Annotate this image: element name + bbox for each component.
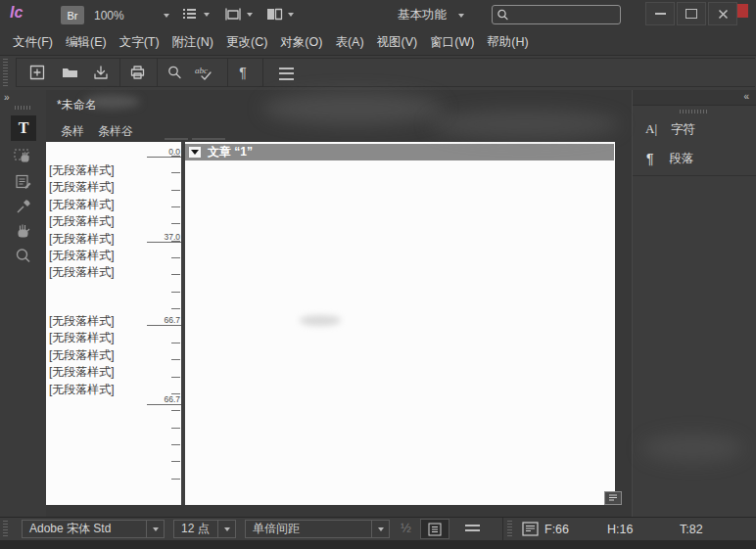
panel-tab-paragraph[interactable]: ¶ 段落 xyxy=(633,146,756,171)
toolbar-separator xyxy=(227,58,228,87)
paragraph-style-label: [无段落样式] xyxy=(49,213,115,230)
save-button[interactable] xyxy=(89,61,113,84)
statusbar-menu-button[interactable] xyxy=(462,522,482,537)
paragraph-style-label: [无段落样式] xyxy=(49,382,115,398)
view-tab-galley[interactable]: 条样 xyxy=(61,123,84,140)
new-document-button[interactable] xyxy=(25,61,49,84)
dock-grip[interactable] xyxy=(680,110,707,114)
paragraph-style-label: [无段落样式] xyxy=(49,364,115,381)
eyedropper-tool-button[interactable] xyxy=(12,195,35,218)
close-button[interactable] xyxy=(708,2,737,25)
hand-tool-button[interactable] xyxy=(12,219,35,243)
tools-panel: » T xyxy=(0,90,46,517)
workspace-label: 基本功能 xyxy=(398,7,447,23)
bridge-button[interactable]: Br xyxy=(61,6,84,24)
paragraph-style-label: [无段落样式] xyxy=(49,162,115,179)
line-spacing-select[interactable]: 单倍间距 xyxy=(245,520,390,538)
paragraph-style-label: [无段落样式] xyxy=(49,248,115,264)
style-column-group-2: [无段落样式][无段落样式][无段落样式][无段落样式][无段落样式] xyxy=(49,313,115,398)
chevron-down-icon xyxy=(164,14,169,18)
print-button[interactable] xyxy=(125,61,149,84)
zoom-tool-button[interactable] xyxy=(12,245,35,268)
collapse-dock-icon[interactable]: « xyxy=(743,91,748,102)
expand-dock-icon[interactable]: » xyxy=(4,92,9,103)
tab-edge-artifact xyxy=(192,138,225,140)
open-button[interactable] xyxy=(58,61,81,84)
chevron-down-icon xyxy=(204,13,210,17)
menu-item[interactable]: 视图(V) xyxy=(376,34,419,51)
view-tab-second[interactable]: 条样谷 xyxy=(98,123,133,140)
paragraph-style-label: [无段落样式] xyxy=(49,264,115,281)
notes-view-button[interactable] xyxy=(420,519,449,539)
close-icon xyxy=(718,9,729,20)
menu-item[interactable]: 窗口(W) xyxy=(429,34,475,51)
position-tool-button[interactable] xyxy=(12,145,35,168)
galley-view[interactable]: [无段落样式][无段落样式][无段落样式][无段落样式][无段落样式][无段落样… xyxy=(46,142,615,505)
new-document-icon xyxy=(28,64,46,81)
pilcrow-icon: ¶ xyxy=(239,65,247,80)
toolbar-separator xyxy=(157,58,158,87)
page-corner-icon xyxy=(608,494,618,502)
chevron-down-icon xyxy=(288,13,294,17)
triangle-down-icon xyxy=(191,150,199,155)
app-toolbar: abc ¶ xyxy=(0,56,756,90)
svg-text:abc: abc xyxy=(195,66,208,75)
font-size-select[interactable]: 12 点 xyxy=(173,520,236,538)
maximize-button[interactable] xyxy=(677,2,706,25)
menu-item[interactable]: 编辑(E) xyxy=(65,34,108,51)
panel-tab-character[interactable]: A| 字符 xyxy=(633,116,756,142)
status-bar: Adobe 宋体 Std 12 点 单倍间距 ½ F:66 H:16 xyxy=(0,517,756,540)
collapse-story-button[interactable] xyxy=(189,147,201,158)
note-tool-button[interactable] xyxy=(12,170,35,194)
toolbar-menu-button[interactable] xyxy=(274,62,298,85)
page-corner-button[interactable] xyxy=(604,491,622,505)
copyfit-height-value: H:16 xyxy=(607,523,633,536)
chevron-down-icon xyxy=(458,14,464,18)
menu-item[interactable]: 附注(N) xyxy=(171,34,214,51)
workspace-switcher[interactable]: 基本功能 xyxy=(398,7,464,23)
font-family-select[interactable]: Adobe 宋体 Std xyxy=(22,520,165,538)
eyedropper-icon xyxy=(14,197,33,216)
paragraph-style-label: [无段落样式] xyxy=(49,330,115,346)
line-increment-icon[interactable]: ½ xyxy=(401,521,411,535)
menu-item[interactable]: 文件(F) xyxy=(12,34,54,51)
arrange-documents-button[interactable] xyxy=(266,7,294,22)
view-options-button[interactable] xyxy=(182,7,210,22)
chevron-down-icon xyxy=(247,13,253,17)
search-input[interactable] xyxy=(511,8,620,22)
menu-item[interactable]: 文字(T) xyxy=(118,34,161,51)
menu-item[interactable]: 更改(C) xyxy=(225,34,268,51)
note-tool-icon xyxy=(14,172,33,192)
font-family-value: Adobe 宋体 Std xyxy=(23,521,146,537)
chevron-down-icon xyxy=(146,521,164,537)
depth-ruler-label: 0.0 xyxy=(147,147,181,158)
type-tool-button[interactable]: T xyxy=(11,115,36,141)
print-icon xyxy=(128,64,147,81)
document-tab[interactable]: *未命名 xyxy=(57,97,97,114)
zoom-level-value: 100% xyxy=(94,9,124,23)
paragraph-style-label: [无段落样式] xyxy=(49,313,115,330)
screen-mode-button[interactable] xyxy=(224,7,253,22)
find-button[interactable] xyxy=(163,61,186,84)
zoom-level-select[interactable]: 100% xyxy=(94,6,169,24)
minimize-button[interactable] xyxy=(645,2,675,25)
statusbar-separator xyxy=(502,518,503,541)
menu-item[interactable]: 表(A) xyxy=(334,34,364,51)
statusbar-grip[interactable] xyxy=(3,521,8,537)
view-options-icon xyxy=(182,7,199,22)
toolbar-grip[interactable] xyxy=(3,59,8,86)
menu-item[interactable]: 对象(O) xyxy=(279,34,323,51)
tools-panel-grip[interactable] xyxy=(15,106,32,110)
show-hidden-characters-button[interactable]: ¶ xyxy=(231,61,255,84)
copyfit-grip[interactable] xyxy=(507,521,512,537)
paragraph-style-label: [无段落样式] xyxy=(49,231,115,248)
open-folder-icon xyxy=(61,64,79,81)
story-text-area[interactable] xyxy=(185,160,615,505)
spell-check-button[interactable]: abc xyxy=(193,61,220,84)
depth-ruler-label: 37.0 xyxy=(147,232,181,243)
search-box[interactable] xyxy=(492,5,621,24)
spell-check-icon: abc xyxy=(194,64,219,82)
menu-item[interactable]: 帮助(H) xyxy=(486,34,529,51)
minimize-icon xyxy=(655,13,666,15)
hamburger-icon xyxy=(465,525,480,534)
